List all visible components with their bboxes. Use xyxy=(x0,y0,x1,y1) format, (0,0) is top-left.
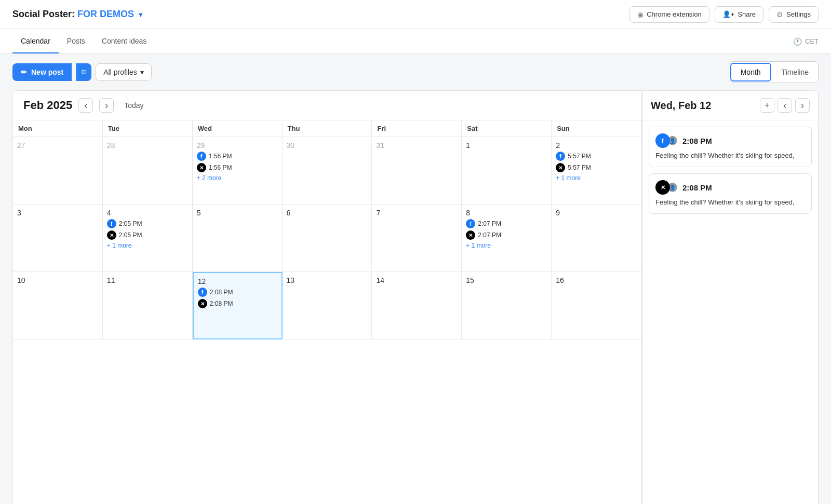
today-button[interactable]: Today xyxy=(120,99,148,112)
all-profiles-button[interactable]: All profiles xyxy=(96,63,152,81)
post-item[interactable]: f 2:08 PM xyxy=(198,288,277,297)
new-post-label: New post xyxy=(31,68,63,76)
day-cell-1[interactable]: 1 xyxy=(462,137,552,205)
all-profiles-label: All profiles xyxy=(103,68,137,76)
copy-button[interactable] xyxy=(76,63,91,81)
plus-icon xyxy=(765,101,769,110)
chrome-extension-button[interactable]: Chrome extension xyxy=(629,6,709,23)
tab-calendar[interactable]: Calendar xyxy=(12,30,59,53)
day-header-sat: Sat xyxy=(462,120,552,137)
x-icon: ✕ xyxy=(107,230,116,240)
add-post-button[interactable] xyxy=(760,98,774,113)
post-item[interactable]: ✕ 2:07 PM xyxy=(466,230,547,240)
day-cell-7[interactable]: 7 xyxy=(372,205,462,272)
day-cell-2[interactable]: 2 f 5:57 PM ✕ 5:57 PM + 1 more xyxy=(552,137,641,205)
main-content: Feb 2025 Today Mon Tue Wed Thu Fri Sat S… xyxy=(0,90,831,504)
day-num: 28 xyxy=(107,141,188,149)
calendar-grid: Mon Tue Wed Thu Fri Sat Sun 27 28 29 f 1… xyxy=(13,120,641,339)
more-posts-link[interactable]: + 1 more xyxy=(466,242,547,249)
side-prev-button[interactable] xyxy=(778,98,792,113)
day-cell-5[interactable]: 5 xyxy=(193,205,283,272)
calendar-header: Feb 2025 Today xyxy=(13,91,641,120)
toolbar: New post All profiles Month Timeline xyxy=(0,54,831,90)
facebook-icon: f xyxy=(107,219,116,228)
side-panel-date: Wed, Feb 12 xyxy=(651,100,711,112)
day-cell-10[interactable]: 10 xyxy=(13,272,103,339)
post-item[interactable]: f 2:07 PM xyxy=(466,219,547,228)
timeline-view-button[interactable]: Timeline xyxy=(772,62,818,83)
prev-month-button[interactable] xyxy=(78,98,93,113)
side-panel: Wed, Feb 12 f 👤 2:08 PM xyxy=(642,90,819,504)
day-cell-4[interactable]: 4 f 2:05 PM ✕ 2:05 PM + 1 more xyxy=(103,205,193,272)
side-post-top: ✕ 👤 2:08 PM xyxy=(655,180,805,195)
day-cell-15[interactable]: 15 xyxy=(462,272,552,339)
day-cell-13[interactable]: 13 xyxy=(283,272,372,339)
post-item[interactable]: ✕ 1:56 PM xyxy=(197,163,278,172)
toolbar-left: New post All profiles xyxy=(12,63,152,81)
pencil-icon xyxy=(21,68,27,76)
day-header-fri: Fri xyxy=(372,120,462,137)
day-cell-30[interactable]: 30 xyxy=(283,137,372,205)
day-num: 30 xyxy=(287,141,368,149)
chrome-extension-label: Chrome extension xyxy=(647,10,702,18)
more-posts-link[interactable]: + 2 more xyxy=(197,174,278,182)
month-view-button[interactable]: Month xyxy=(730,63,771,81)
day-cell-9[interactable]: 9 xyxy=(552,205,641,272)
day-header-wed: Wed xyxy=(193,120,283,137)
day-num: 6 xyxy=(287,209,368,217)
day-cell-3[interactable]: 3 xyxy=(13,205,103,272)
day-num: 11 xyxy=(107,276,188,284)
post-item[interactable]: f 1:56 PM xyxy=(197,152,278,161)
top-actions: Chrome extension 👤+ Share Settings xyxy=(629,6,819,23)
timezone-display: CET xyxy=(793,37,819,46)
post-time: 2:08 PM xyxy=(682,137,712,145)
avatar-stack: f 👤 xyxy=(655,133,678,148)
day-num: 4 xyxy=(107,209,188,217)
brand-title: Social Poster: FOR DEMOS ▾ xyxy=(12,9,142,20)
share-label: Share xyxy=(738,10,756,18)
brand-chevron-icon[interactable]: ▾ xyxy=(139,10,142,19)
next-month-button[interactable] xyxy=(99,98,114,113)
more-posts-link[interactable]: + 1 more xyxy=(107,242,188,249)
more-posts-link[interactable]: + 1 more xyxy=(556,174,637,182)
post-time: 1:56 PM xyxy=(209,164,232,171)
tab-posts[interactable]: Posts xyxy=(59,30,93,53)
brand-name: FOR DEMOS xyxy=(77,9,134,19)
day-cell-27[interactable]: 27 xyxy=(13,137,103,205)
day-num: 13 xyxy=(287,276,368,284)
nav-tabs-left: Calendar Posts Content ideas xyxy=(12,30,155,53)
share-button[interactable]: 👤+ Share xyxy=(715,6,763,23)
day-cell-12-today[interactable]: 12 f 2:08 PM ✕ 2:08 PM xyxy=(193,272,283,339)
day-cell-16[interactable]: 16 xyxy=(552,272,641,339)
post-item[interactable]: ✕ 5:57 PM xyxy=(556,163,637,172)
post-time: 5:57 PM xyxy=(568,164,591,171)
day-cell-11[interactable]: 11 xyxy=(103,272,193,339)
day-header-sun: Sun xyxy=(552,120,641,137)
calendar-section: Feb 2025 Today Mon Tue Wed Thu Fri Sat S… xyxy=(12,90,642,504)
side-post-card-x[interactable]: ✕ 👤 2:08 PM Feeling the chill? Whether i… xyxy=(649,173,812,214)
new-post-button[interactable]: New post xyxy=(12,63,72,81)
view-toggle: Month Timeline xyxy=(729,61,819,83)
day-cell-31[interactable]: 31 xyxy=(372,137,462,205)
avatar-stack: ✕ 👤 xyxy=(655,180,678,195)
day-num: 15 xyxy=(466,276,547,284)
settings-button[interactable]: Settings xyxy=(769,6,819,23)
post-time: 2:08 PM xyxy=(682,183,712,192)
tab-content-ideas[interactable]: Content ideas xyxy=(93,30,155,53)
side-panel-actions xyxy=(760,98,810,113)
x-icon: ✕ xyxy=(197,163,206,172)
day-cell-8[interactable]: 8 f 2:07 PM ✕ 2:07 PM + 1 more xyxy=(462,205,552,272)
post-text: Feeling the chill? Whether it's skiing f… xyxy=(655,198,805,207)
post-time: 5:57 PM xyxy=(568,153,591,160)
day-num: 16 xyxy=(556,276,637,284)
post-item[interactable]: ✕ 2:08 PM xyxy=(198,299,277,308)
day-cell-6[interactable]: 6 xyxy=(283,205,372,272)
post-item[interactable]: f 5:57 PM xyxy=(556,152,637,161)
day-cell-14[interactable]: 14 xyxy=(372,272,462,339)
post-item[interactable]: ✕ 2:05 PM xyxy=(107,230,188,240)
side-post-card-fb[interactable]: f 👤 2:08 PM Feeling the chill? Whether i… xyxy=(649,127,812,167)
day-cell-29[interactable]: 29 f 1:56 PM ✕ 1:56 PM + 2 more xyxy=(193,137,283,205)
day-cell-28[interactable]: 28 xyxy=(103,137,193,205)
side-next-button[interactable] xyxy=(795,98,810,113)
post-item[interactable]: f 2:05 PM xyxy=(107,219,188,228)
